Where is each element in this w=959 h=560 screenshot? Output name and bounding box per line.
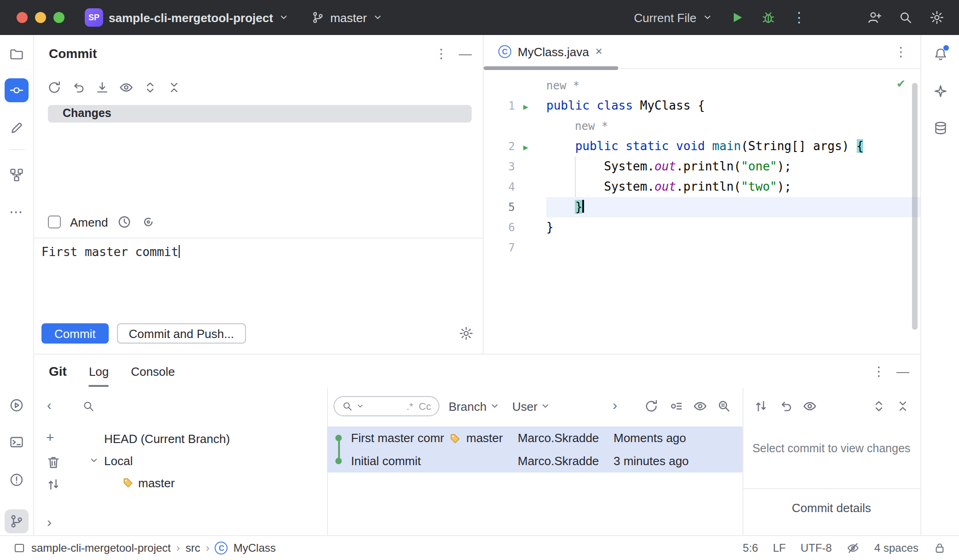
ai-commit-message-icon[interactable] — [141, 215, 156, 229]
run-button[interactable] — [730, 10, 744, 25]
commit-panel-options-kebab-icon[interactable]: ⋮ — [435, 46, 448, 61]
breadcrumb-class[interactable]: MyClass — [234, 542, 276, 554]
code-line[interactable]: 2 ▶ public static void main(String[] arg… — [484, 136, 920, 157]
search-everywhere-icon[interactable] — [898, 10, 913, 25]
code-line[interactable]: 1 ▶ public class MyClass { — [484, 96, 920, 116]
indent-widget[interactable]: 4 spaces — [874, 542, 918, 554]
database-tool-icon[interactable] — [933, 121, 948, 135]
project-tool-icon[interactable] — [9, 47, 24, 62]
rollback-selected-icon[interactable] — [778, 399, 793, 414]
shelve-icon[interactable] — [95, 80, 110, 95]
commit-and-push-button[interactable]: Commit and Push... — [117, 323, 246, 344]
project-window-icon[interactable] — [13, 542, 26, 554]
amend-label[interactable]: Amend — [70, 215, 108, 229]
inspections-ok-icon[interactable]: ✔ — [896, 77, 906, 90]
code-line[interactable]: 7 — [484, 238, 920, 258]
branch-filter-dropdown[interactable]: Branch — [449, 399, 500, 414]
collapse-branches-pane-icon[interactable]: ‹ — [47, 398, 52, 413]
commit-row[interactable]: First master comr master Marco.Skradde M… — [327, 426, 743, 449]
collapse-all-icon[interactable] — [167, 80, 181, 95]
zoom-window-button[interactable] — [53, 12, 64, 23]
editor-options-kebab-icon[interactable]: ⋮ — [895, 44, 907, 59]
tree-item-head[interactable]: HEAD (Current Branch) — [71, 427, 327, 449]
branch-filter-search-icon[interactable] — [82, 400, 95, 413]
project-widget[interactable]: SP sample-cli-mergetool-project — [85, 8, 290, 27]
changes-group-header[interactable]: Changes — [48, 105, 472, 122]
close-tab-icon[interactable]: × — [596, 44, 602, 59]
editor-scrollbar[interactable] — [912, 83, 918, 330]
amend-checkbox[interactable] — [48, 216, 61, 228]
collapse-all-icon[interactable] — [895, 399, 910, 414]
breadcrumb-src[interactable]: src — [186, 542, 200, 554]
go-to-hash-icon[interactable] — [717, 399, 731, 414]
run-line-icon[interactable]: ▶ — [523, 102, 528, 111]
inlay-hint[interactable]: new * — [546, 116, 920, 136]
git-graph-options-icon[interactable] — [669, 399, 684, 414]
problems-tool-icon[interactable] — [9, 472, 24, 487]
commit-tool-icon[interactable] — [9, 83, 24, 98]
services-tool-icon[interactable] — [9, 398, 24, 413]
commit-button[interactable]: Commit — [41, 323, 109, 344]
code-line-current[interactable]: 5 } — [484, 197, 920, 217]
log-preview-icon[interactable] — [693, 399, 708, 414]
tab-myclass-java[interactable]: C MyClass.java × — [495, 35, 606, 68]
run-line-icon[interactable]: ▶ — [523, 143, 528, 152]
lock-icon[interactable] — [933, 542, 946, 554]
code-line[interactable]: 3 System.out.println("one"); — [484, 157, 920, 177]
git-panel-options-kebab-icon[interactable]: ⋮ — [872, 364, 885, 379]
details-preview-icon[interactable] — [802, 399, 817, 414]
run-configuration-selector[interactable]: Current File — [634, 11, 713, 24]
commit-message-input[interactable]: First master commit — [34, 238, 483, 317]
breadcrumb-separator: › — [176, 542, 180, 554]
commit-row[interactable]: Initial commit Marco.Skradde 3 minutes a… — [327, 449, 743, 472]
tree-item-master[interactable]: master — [71, 472, 327, 494]
reader-mode-icon[interactable] — [847, 542, 860, 554]
more-filters-icon[interactable]: › — [613, 398, 617, 413]
expand-all-icon[interactable] — [871, 399, 886, 414]
more-tools-icon[interactable]: ⋯ — [9, 204, 23, 219]
tab-console[interactable]: Console — [131, 355, 175, 388]
git-tool-icon[interactable] — [9, 514, 24, 529]
inlay-hint[interactable]: new * — [546, 76, 920, 96]
caret-position-widget[interactable]: 5:6 — [743, 542, 758, 554]
commit-panel-hide-icon[interactable]: — — [459, 46, 472, 61]
ai-assistant-icon[interactable] — [933, 84, 948, 99]
git-panel-hide-icon[interactable]: — — [896, 364, 909, 379]
refresh-log-icon[interactable] — [644, 399, 659, 414]
more-actions-kebab-icon[interactable]: ⋮ — [792, 10, 806, 25]
encoding-widget[interactable]: UTF-8 — [801, 542, 832, 554]
commit-message-history-icon[interactable] — [117, 215, 132, 229]
notifications-widget[interactable] — [933, 47, 948, 62]
match-case-toggle[interactable]: Cc — [419, 401, 431, 412]
minimize-window-button[interactable] — [35, 12, 46, 23]
compare-commits-icon[interactable] — [754, 399, 768, 414]
tab-scroll-indicator[interactable] — [484, 66, 618, 70]
tab-log[interactable]: Log — [89, 355, 109, 388]
code-line[interactable]: 4 System.out.println("two"); — [484, 177, 920, 197]
delete-branch-icon[interactable] — [46, 455, 61, 470]
code-area[interactable]: new * 1 ▶ public class MyClass { new * 2… — [484, 76, 920, 258]
close-window-button[interactable] — [17, 12, 28, 23]
expand-branches-pane-icon[interactable]: › — [47, 515, 52, 530]
line-separator-widget[interactable]: LF — [773, 542, 786, 554]
commit-search-input[interactable]: .* Cc — [333, 396, 439, 416]
tree-item-local[interactable]: Local — [71, 449, 327, 472]
new-branch-icon[interactable]: + — [46, 430, 54, 445]
code-line[interactable]: 6 } — [484, 217, 920, 238]
rollback-icon[interactable] — [71, 80, 86, 95]
structure-tool-icon[interactable] — [9, 168, 24, 182]
regex-toggle[interactable]: .* — [406, 401, 413, 412]
refresh-changes-icon[interactable] — [47, 80, 62, 95]
expand-all-icon[interactable] — [143, 80, 158, 95]
terminal-tool-icon[interactable] — [9, 435, 24, 449]
commit-options-gear-icon[interactable] — [459, 326, 474, 341]
edit-tool-icon[interactable] — [9, 121, 24, 135]
user-filter-dropdown[interactable]: User — [512, 399, 551, 414]
branch-widget[interactable]: master — [312, 11, 383, 24]
breadcrumb-project[interactable]: sample-cli-mergetool-project — [31, 542, 171, 554]
settings-gear-icon[interactable] — [930, 10, 944, 25]
debug-button[interactable] — [761, 10, 776, 25]
show-diff-preview-icon[interactable] — [119, 80, 134, 95]
fetch-push-icon[interactable] — [46, 477, 61, 492]
code-with-me-icon[interactable] — [867, 10, 882, 25]
